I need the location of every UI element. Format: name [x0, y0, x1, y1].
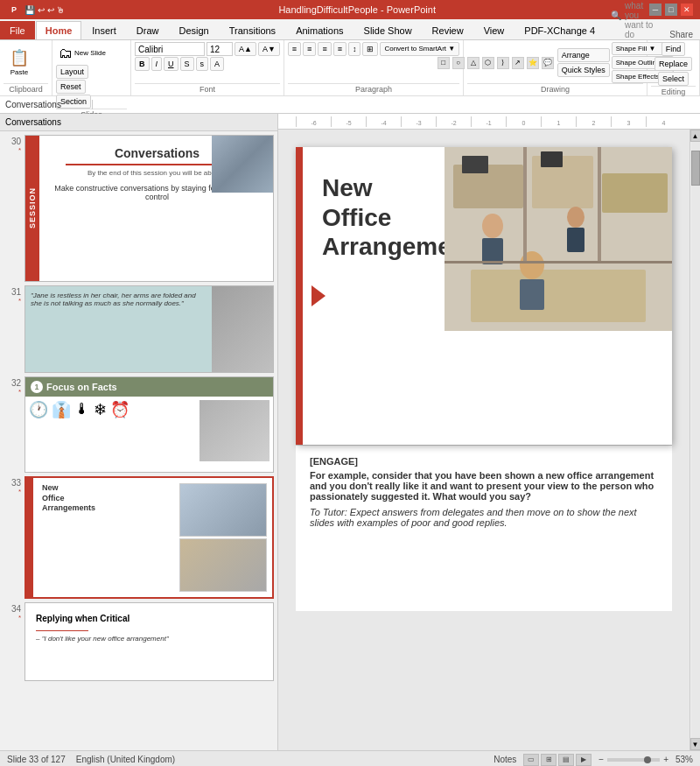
shape-item[interactable]: 💬 [542, 57, 554, 69]
quick-styles-button[interactable]: Quick Styles [557, 63, 610, 77]
slide-item-30[interactable]: 30 * SESSION Conversations [4, 135, 274, 282]
tab-draw[interactable]: Draw [127, 21, 169, 39]
shape-item[interactable]: ⟩ [497, 57, 509, 69]
window-title: HandlingDifficultPeople - PowerPoint [65, 4, 649, 15]
slide-thumbnail-34[interactable]: Replying when Critical – "I don't like y… [24, 602, 274, 681]
close-button[interactable]: ✕ [681, 4, 693, 16]
select-button[interactable]: Select [658, 72, 689, 86]
main-slide[interactable]: NewOfficeArrangements [296, 147, 672, 445]
font-color-button[interactable]: A [210, 57, 224, 71]
notes-area: [ENGAGE] For example, consider that you … [296, 445, 672, 611]
shape-item[interactable]: ↗ [512, 57, 524, 69]
svg-rect-10 [567, 228, 584, 252]
new-slide-button[interactable]: 🗂 New Slide [56, 42, 108, 64]
reading-view-button[interactable]: ▤ [558, 754, 574, 766]
shape-item[interactable]: ○ [452, 57, 465, 69]
zoom-out-button[interactable]: − [598, 755, 604, 764]
tab-review[interactable]: Review [423, 21, 473, 39]
tab-transitions[interactable]: Transitions [220, 21, 285, 39]
shape-item[interactable]: □ [438, 57, 450, 69]
font-size-input[interactable] [206, 42, 233, 56]
shapes-gallery: □ ○ △ ⬡ ⟩ ↗ ⭐ 💬 [438, 57, 556, 69]
slide-item-32[interactable]: 32 * 1 Focus on Facts 🕐 👔 🌡 [4, 376, 274, 473]
slide-thumbnail-30[interactable]: SESSION Conversations By the end of this… [24, 135, 274, 282]
shape-item[interactable]: ⭐ [527, 57, 539, 69]
strikethrough-button[interactable]: S [180, 57, 194, 71]
paste-button[interactable]: 📋 Paste [4, 46, 35, 79]
align-left-button[interactable]: ≡ [288, 42, 301, 56]
replace-button[interactable]: Replace [654, 57, 692, 71]
slide33-image-1 [179, 483, 267, 537]
slide-item-34[interactable]: 34 * Replying when Critical – "I don't l… [4, 602, 274, 681]
tab-slideshow[interactable]: Slide Show [354, 21, 422, 39]
slide-number-32: 32 * [4, 376, 24, 396]
zoom-in-button[interactable]: + [663, 755, 668, 764]
scroll-down-button[interactable]: ▼ [690, 738, 701, 750]
name-box[interactable]: Conversations [5, 100, 93, 109]
underline-button[interactable]: U [164, 57, 178, 71]
slide-edit-image [444, 147, 672, 331]
tab-insert[interactable]: Insert [82, 21, 126, 39]
slide33-images [179, 483, 267, 592]
vertical-scrollbar[interactable]: ▲ ▼ [690, 130, 700, 750]
slide-edit-container[interactable]: NewOfficeArrangements [278, 130, 690, 750]
tab-file[interactable]: File [0, 21, 35, 39]
drawing-group: □ ○ △ ⬡ ⟩ ↗ ⭐ 💬 Arrange Quick Styles Sha… [464, 40, 648, 95]
ribbon-tabs: File Home Insert Draw Design Transitions… [0, 19, 700, 40]
text-direction-button[interactable]: ↕ [348, 42, 361, 56]
slide-thumbnail-31[interactable]: "Jane is restless in her chair, her arms… [24, 285, 274, 373]
scroll-up-button[interactable]: ▲ [690, 130, 701, 142]
arrange-button[interactable]: Arrange [557, 48, 610, 62]
align-center-button[interactable]: ≡ [303, 42, 316, 56]
slideshow-button[interactable]: ▶ [576, 754, 592, 766]
font-size-up[interactable]: A▲ [234, 42, 256, 56]
slide-thumbnail-33[interactable]: NewOfficeArrangements [24, 476, 274, 599]
slides-group: 🗂 New Slide Layout Reset Section Slides [52, 40, 131, 95]
scroll-thumb[interactable] [691, 151, 700, 186]
tab-pdfxchange[interactable]: PDF-XChange 4 [514, 21, 605, 39]
scroll-track[interactable] [691, 142, 700, 738]
slides-list[interactable]: 30 * SESSION Conversations [0, 131, 277, 750]
italic-button[interactable]: I [151, 57, 163, 71]
tab-home[interactable]: Home [36, 21, 82, 39]
reset-button[interactable]: Reset [56, 80, 86, 94]
tab-animations[interactable]: Animations [286, 21, 353, 39]
slide-number-31: 31 * [4, 285, 24, 305]
share-button[interactable]: Share [662, 30, 700, 39]
alarm-icon: ⏰ [110, 400, 130, 419]
tell-me-input[interactable]: Tell me what you want to do [625, 0, 657, 39]
slide-sorter-button[interactable]: ⊞ [541, 754, 556, 766]
tab-view[interactable]: View [474, 21, 514, 39]
zoom-slider[interactable] [607, 758, 660, 762]
slide32-icons: 🕐 👔 🌡 ❄ ⏰ [29, 400, 196, 461]
slide-star-34: * [4, 614, 21, 622]
layout-button[interactable]: Layout [56, 65, 88, 79]
clothing-icon: 👔 [52, 400, 71, 419]
shape-item[interactable]: △ [467, 57, 480, 69]
slide-number-34: 34 * [4, 602, 24, 622]
editing-group: Find Replace Select Editing [648, 40, 700, 95]
ruler-horizontal: -6 -5 -4 -3 -2 -1 0 1 2 3 4 [278, 114, 700, 130]
svg-point-7 [482, 214, 503, 238]
shadow-button[interactable]: s [196, 57, 209, 71]
zoom-level[interactable]: 53% [676, 755, 693, 764]
tab-design[interactable]: Design [169, 21, 218, 39]
status-right: Notes ▭ ⊞ ▤ ▶ − + 53% [494, 754, 693, 766]
slide-item-31[interactable]: 31 * "Jane is restless in her chair, her… [4, 285, 274, 373]
justify-button[interactable]: ≡ [333, 42, 346, 56]
align-right-button[interactable]: ≡ [318, 42, 331, 56]
session-text: SESSION [28, 187, 37, 228]
align-text-button[interactable]: ⊞ [362, 42, 378, 56]
language-status: English (United Kingdom) [76, 755, 175, 764]
title-bar: P 💾 ↩ ↩ 🖱 HandlingDifficultPeople - Powe… [0, 0, 700, 19]
notes-button[interactable]: Notes [494, 755, 516, 764]
font-size-down[interactable]: A▼ [258, 42, 280, 56]
find-button[interactable]: Find [662, 42, 686, 56]
shape-item[interactable]: ⬡ [482, 57, 494, 69]
normal-view-button[interactable]: ▭ [523, 754, 539, 766]
slide-thumbnail-32[interactable]: 1 Focus on Facts 🕐 👔 🌡 ❄ ⏰ [24, 376, 274, 473]
maximize-button[interactable]: □ [665, 4, 677, 16]
slide-item-33[interactable]: 33 * NewOfficeArrangements [4, 476, 274, 599]
bold-button[interactable]: B [135, 57, 150, 71]
font-name-input[interactable] [135, 42, 205, 56]
